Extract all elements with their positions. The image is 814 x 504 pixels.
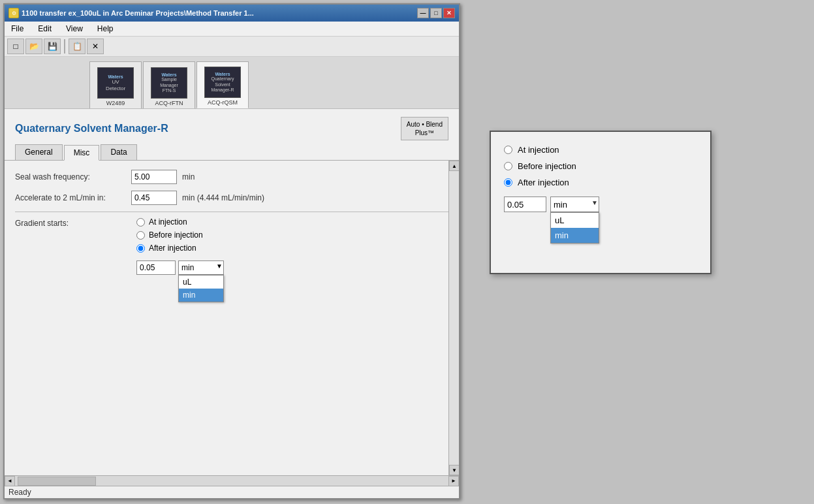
radio-before-injection: Before injection (136, 230, 224, 240)
instrument-image-acqrqsm: Waters QuaternarySolventManager-R (204, 67, 241, 98)
instrument-image-acqrftn: Waters SampleManagerFTN-S (151, 67, 187, 99)
section-header: Quaternary Solvent Manager-R Auto • Blen… (5, 109, 459, 144)
popup-unit-wrapper: ▼ uL min (550, 197, 599, 212)
menu-bar: File Edit View Help (5, 22, 459, 37)
bottom-scrollbar: ◄ ► (5, 475, 459, 486)
dropdown-option-min[interactable]: min (179, 289, 223, 302)
scroll-up-button[interactable]: ▲ (449, 161, 459, 171)
toolbar-open[interactable]: 📂 (25, 39, 42, 54)
scroll-down-button[interactable]: ▼ (449, 465, 459, 475)
gradient-section: Gradient starts: At injection Before inj… (15, 217, 448, 275)
instrument-label-acqrftn: ACQ-rFTN (155, 100, 183, 107)
status-bar: Ready (5, 486, 459, 498)
popup-radio-before-injection-label: Before injection (518, 161, 576, 171)
gradient-unit-display[interactable] (178, 260, 224, 275)
hscroll-thumb[interactable] (18, 477, 96, 486)
menu-view[interactable]: View (62, 23, 87, 35)
tabs-bar: General Misc Data (5, 144, 459, 161)
radio-at-injection: At injection (136, 217, 224, 227)
scroll-track[interactable] (449, 171, 459, 465)
menu-file[interactable]: File (7, 23, 27, 35)
app-icon: ⚙ (8, 8, 19, 18)
instrument-tab-w2489[interactable]: Waters UVDetector W2489 (89, 61, 142, 108)
instrument-image-w2489: Waters UVDetector (97, 67, 134, 99)
title-bar-left: ⚙ 1100 transfer ex_100uL in Arc Deminar … (8, 8, 254, 18)
minimize-button[interactable]: — (417, 8, 429, 18)
popup-radio-at-injection: At injection (504, 145, 697, 155)
popup-box: At injection Before injection After inje… (490, 131, 712, 274)
toolbar: □ 📂 💾 📋 ✕ (5, 37, 459, 57)
form-divider (15, 212, 448, 212)
tab-general[interactable]: General (15, 144, 63, 160)
radio-before-injection-label: Before injection (149, 230, 203, 240)
radio-at-injection-input[interactable] (136, 218, 145, 227)
accelerate-row: Accelerate to 2 mL/min in: min (4.444 mL… (15, 191, 448, 205)
seal-wash-row: Seal wash frequency: min (15, 170, 448, 184)
popup-radio-before-injection-input[interactable] (504, 162, 512, 170)
popup-radio-before-injection: Before injection (504, 161, 697, 171)
seal-wash-label: Seal wash frequency: (15, 172, 126, 181)
section-title: Quaternary Solvent Manager-R (15, 123, 168, 134)
toolbar-close[interactable]: ✕ (87, 39, 104, 54)
window-title: 1100 transfer ex_100uL in Arc Deminar Pr… (22, 9, 254, 17)
maximize-button[interactable]: □ (430, 8, 442, 18)
hscroll-left-button[interactable]: ◄ (5, 476, 15, 486)
accelerate-label: Accelerate to 2 mL/min in: (15, 193, 126, 202)
hscroll-track[interactable] (15, 476, 448, 486)
menu-help[interactable]: Help (93, 23, 117, 35)
form-area: Seal wash frequency: min Accelerate to 2… (5, 161, 459, 475)
popup-radio-at-injection-input[interactable] (504, 146, 512, 154)
instrument-tab-acqrftn[interactable]: Waters SampleManagerFTN-S ACQ-rFTN (143, 61, 195, 108)
menu-edit[interactable]: Edit (34, 23, 55, 35)
toolbar-separator (64, 39, 65, 54)
hscroll-right-button[interactable]: ► (448, 476, 459, 486)
instrument-label-w2489: W2489 (106, 100, 125, 107)
accelerate-input[interactable] (131, 191, 177, 205)
gradient-unit-dropdown: uL min (178, 275, 224, 302)
popup-radio-after-injection: After injection (504, 178, 697, 187)
popup-option-ul[interactable]: uL (551, 213, 599, 228)
instrument-tab-acqrqsm[interactable]: Waters QuaternarySolventManager-R ACQ-rQ… (196, 61, 249, 108)
toolbar-copy[interactable]: 📋 (69, 39, 86, 54)
gradient-label: Gradient starts: (15, 217, 126, 228)
popup-option-min[interactable]: min (551, 228, 599, 243)
radio-after-injection-label: After injection (149, 244, 196, 253)
tab-misc[interactable]: Misc (64, 145, 100, 161)
popup-dropdown-area: ▼ uL min (504, 197, 697, 212)
popup-radio-at-injection-label: At injection (518, 145, 559, 155)
gradient-value-input[interactable] (136, 260, 176, 275)
popup-unit-display[interactable] (550, 197, 599, 212)
dropdown-option-ul[interactable]: uL (179, 276, 223, 289)
instrument-bar: Waters UVDetector W2489 Waters SampleMan… (5, 57, 459, 109)
seal-wash-unit: min (182, 172, 195, 181)
main-window: ⚙ 1100 transfer ex_100uL in Arc Deminar … (3, 3, 460, 499)
radio-at-injection-label: At injection (149, 217, 187, 227)
popup-radio-after-injection-input[interactable] (504, 178, 512, 187)
instrument-label-acqrqsm: ACQ-rQSM (208, 99, 238, 106)
dropdown-area: ▼ uL min (136, 260, 224, 275)
toolbar-new[interactable]: □ (7, 39, 24, 54)
gradient-options: At injection Before injection After inje… (136, 217, 224, 275)
gradient-unit-wrapper: ▼ uL min (178, 260, 224, 275)
seal-wash-input[interactable] (131, 170, 177, 184)
autoblend-button[interactable]: Auto • Blend Plus™ (401, 117, 448, 140)
content-area: Quaternary Solvent Manager-R Auto • Blen… (5, 109, 459, 498)
status-text: Ready (8, 488, 31, 497)
radio-before-injection-input[interactable] (136, 231, 145, 240)
popup-value-input[interactable] (504, 197, 546, 212)
vertical-scrollbar: ▲ ▼ (448, 161, 459, 475)
radio-after-injection: After injection (136, 244, 224, 253)
radio-after-injection-input[interactable] (136, 244, 145, 253)
title-bar: ⚙ 1100 transfer ex_100uL in Arc Deminar … (5, 5, 459, 22)
popup-radio-after-injection-label: After injection (518, 178, 569, 187)
toolbar-save[interactable]: 💾 (44, 39, 61, 54)
close-button[interactable]: ✕ (443, 8, 455, 18)
title-controls: — □ ✕ (417, 8, 455, 18)
accelerate-unit: min (4.444 mL/min/min) (182, 193, 264, 202)
popup-unit-dropdown: uL min (550, 212, 599, 244)
tab-data[interactable]: Data (101, 144, 136, 160)
